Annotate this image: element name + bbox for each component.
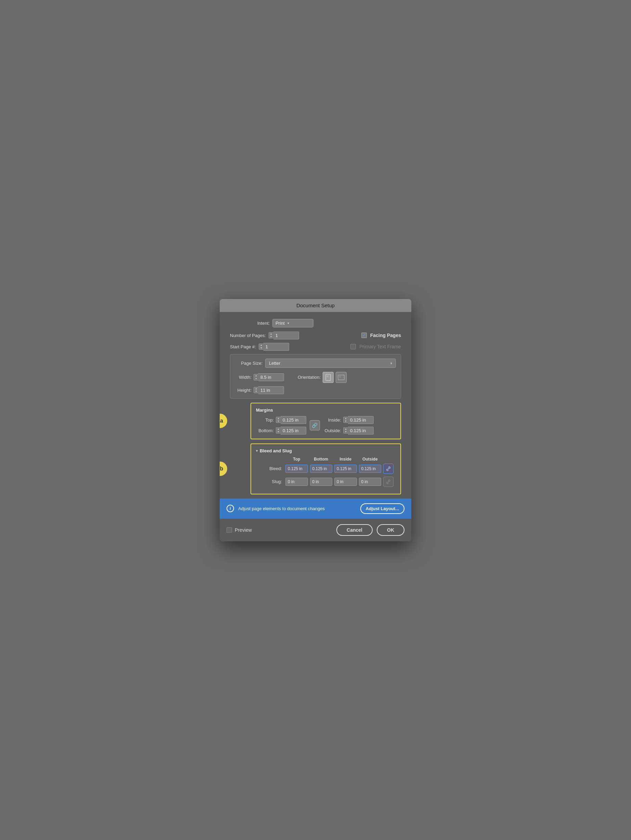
- page-size-select[interactable]: Letter ▾: [265, 358, 396, 368]
- outside-margin-arrows[interactable]: ▲ ▼: [343, 427, 348, 434]
- document-setup-dialog: Document Setup Intent: Print ▾ Number of…: [220, 299, 411, 541]
- slug-bottom-input[interactable]: [310, 478, 333, 486]
- start-page-primary-row: Start Page #: ▲ ▼ Primary Text Frame: [230, 343, 401, 351]
- margins-badge: 2a: [220, 414, 227, 428]
- bleed-header-empty: [256, 457, 283, 461]
- up-arrow-icon: ▲: [255, 387, 257, 390]
- dimensions-row: Width: ▲ ▼ Orientation:: [235, 372, 396, 383]
- start-page-arrows[interactable]: ▲ ▼: [259, 344, 264, 350]
- slug-outside-input[interactable]: [359, 478, 381, 486]
- margins-right-col: Inside: ▲ ▼ Outside:: [323, 416, 374, 434]
- page-size-value: Letter: [269, 361, 280, 366]
- margins-relative-wrap: 2a Margins Top: ▲ ▼: [230, 403, 401, 439]
- pages-left: Number of Pages: ▲ ▼: [230, 332, 299, 339]
- outside-margin-spinner[interactable]: ▲ ▼: [343, 427, 374, 434]
- chain-link-icon: [386, 466, 391, 471]
- orientation-group: Orientation:: [298, 372, 346, 383]
- dialog-title: Document Setup: [220, 299, 411, 312]
- num-pages-input[interactable]: [274, 332, 299, 339]
- inside-margin-row: Inside: ▲ ▼: [323, 416, 374, 424]
- start-page-input[interactable]: [264, 343, 289, 351]
- landscape-button[interactable]: [336, 372, 346, 383]
- up-arrow-icon: ▲: [277, 417, 280, 420]
- width-label: Width:: [235, 375, 251, 380]
- inside-margin-arrows[interactable]: ▲ ▼: [343, 417, 348, 423]
- landscape-icon: [338, 374, 345, 381]
- bottom-margin-label: Bottom:: [256, 428, 274, 433]
- width-arrows[interactable]: ▲ ▼: [253, 374, 258, 381]
- top-margin-label: Top:: [256, 417, 274, 423]
- bleed-top-input[interactable]: [285, 465, 308, 473]
- up-arrow-icon: ▲: [255, 374, 257, 377]
- portrait-button[interactable]: [323, 372, 334, 383]
- top-margin-row: Top: ▲ ▼: [256, 416, 306, 424]
- svg-rect-3: [339, 376, 341, 378]
- start-page-spinner[interactable]: ▲ ▼: [259, 343, 289, 351]
- primary-text-frame-checkbox[interactable]: [350, 344, 356, 349]
- preview-checkbox[interactable]: [226, 527, 232, 533]
- collapse-arrow-icon: ▾: [256, 449, 258, 453]
- width-spinner[interactable]: ▲ ▼: [253, 373, 284, 381]
- adjust-layout-bar: i Adjust page elements to document chang…: [220, 499, 411, 519]
- outside-margin-label: Outside:: [323, 428, 341, 433]
- bleed-section-title[interactable]: ▾ Bleed and Slug: [256, 448, 395, 453]
- bleed-col-bottom: Bottom: [310, 457, 333, 461]
- bleed-bottom-input[interactable]: [310, 465, 333, 473]
- slug-data-row: Slug:: [256, 477, 395, 487]
- down-arrow-icon: ▼: [277, 420, 280, 423]
- width-group: Width: ▲ ▼: [235, 373, 284, 381]
- dialog-footer: Preview Cancel OK: [220, 519, 411, 541]
- up-arrow-icon: ▲: [345, 428, 347, 430]
- facing-pages-label: Facing Pages: [370, 333, 401, 338]
- slug-row-label: Slug:: [256, 479, 283, 484]
- bleed-data-row: Bleed:: [256, 464, 395, 474]
- bleed-inside-input[interactable]: [334, 465, 357, 473]
- top-margin-input[interactable]: [281, 416, 306, 424]
- height-spinner[interactable]: ▲ ▼: [253, 386, 284, 394]
- up-arrow-icon: ▲: [260, 344, 263, 347]
- num-pages-label: Number of Pages:: [230, 333, 266, 338]
- outside-margin-input[interactable]: [348, 427, 374, 434]
- preview-label: Preview: [235, 527, 252, 533]
- ok-button[interactable]: OK: [377, 524, 405, 536]
- up-arrow-icon: ▲: [345, 417, 347, 420]
- margins-section: Margins Top: ▲ ▼: [250, 403, 401, 439]
- down-arrow-icon: ▼: [345, 420, 347, 423]
- margins-link-button[interactable]: 🔗: [310, 420, 320, 430]
- orientation-label: Orientation:: [298, 375, 321, 380]
- adjust-message: Adjust page elements to document changes: [238, 506, 356, 511]
- down-arrow-icon: ▼: [260, 347, 263, 349]
- inside-margin-spinner[interactable]: ▲ ▼: [343, 416, 374, 424]
- intent-select[interactable]: Print ▾: [272, 319, 313, 327]
- facing-pages-checkbox[interactable]: ✓: [361, 333, 367, 338]
- adjust-layout-button[interactable]: Adjust Layout...: [360, 503, 405, 514]
- slug-link-button[interactable]: [383, 477, 394, 487]
- height-input[interactable]: [258, 386, 284, 394]
- cancel-button[interactable]: Cancel: [336, 524, 373, 536]
- down-arrow-icon: ▼: [270, 335, 272, 338]
- start-page-left: Start Page #: ▲ ▼: [230, 343, 289, 351]
- down-arrow-icon: ▼: [277, 430, 280, 433]
- bottom-margin-input[interactable]: [281, 427, 306, 434]
- start-page-label: Start Page #:: [230, 344, 256, 349]
- slug-inside-input[interactable]: [334, 478, 357, 486]
- height-label: Height:: [235, 388, 251, 393]
- bleed-outside-input[interactable]: [359, 465, 381, 473]
- bottom-margin-spinner[interactable]: ▲ ▼: [276, 427, 306, 434]
- bleed-link-button[interactable]: [383, 464, 394, 474]
- chevron-down-icon: ▾: [288, 321, 289, 325]
- top-margin-arrows[interactable]: ▲ ▼: [276, 417, 281, 423]
- width-input[interactable]: [258, 373, 284, 381]
- chevron-down-icon: ▾: [391, 361, 392, 365]
- intent-value: Print: [275, 321, 285, 326]
- inside-margin-input[interactable]: [348, 416, 374, 424]
- num-pages-arrows[interactable]: ▲ ▼: [269, 332, 274, 339]
- top-margin-spinner[interactable]: ▲ ▼: [276, 416, 306, 424]
- bottom-margin-row: Bottom: ▲ ▼: [256, 427, 306, 434]
- facing-pages-wrap: ✓ Facing Pages: [361, 333, 401, 338]
- bleed-header-link-empty: [383, 457, 395, 461]
- height-arrows[interactable]: ▲ ▼: [253, 387, 258, 393]
- slug-top-input[interactable]: [285, 478, 308, 486]
- bottom-margin-arrows[interactable]: ▲ ▼: [276, 427, 281, 434]
- num-pages-spinner[interactable]: ▲ ▼: [269, 332, 299, 339]
